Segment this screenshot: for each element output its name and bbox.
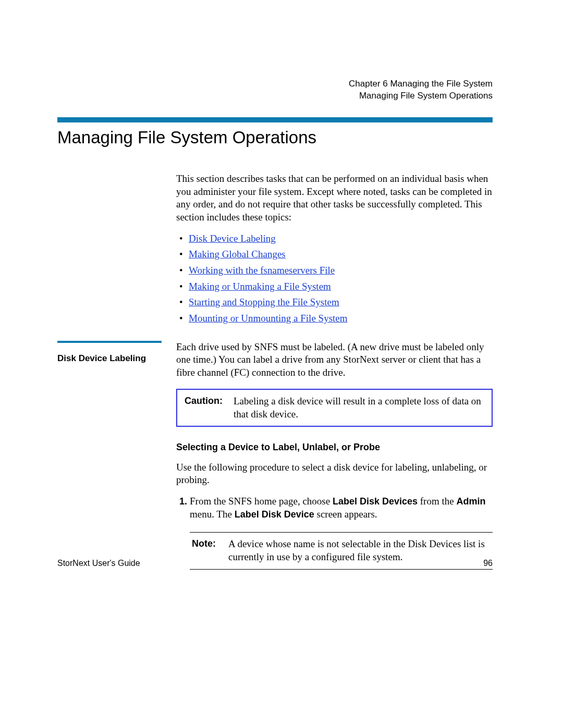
footer-page-number: 96 [483, 558, 493, 569]
page-title: Managing File System Operations [57, 127, 493, 149]
link-start-stop-fs[interactable]: Starting and Stopping the File System [189, 297, 339, 307]
link-making-unmaking-fs[interactable]: Making or Unmaking a File System [189, 281, 331, 292]
list-item: Making or Unmaking a File System [189, 280, 493, 293]
running-head-section: Managing File System Operations [349, 90, 493, 102]
bold-label-disk-devices: Label Disk Devices [333, 496, 418, 507]
link-mount-unmount-fs[interactable]: Mounting or Unmounting a File System [189, 313, 348, 324]
running-head-chapter: Chapter 6 Managing the File System [349, 78, 493, 90]
list-item: Making Global Changes [189, 248, 493, 261]
intro-paragraph: This section describes tasks that can be… [176, 172, 493, 224]
page: Chapter 6 Managing the File System Manag… [0, 0, 563, 728]
list-item: Mounting or Unmounting a File System [189, 312, 493, 325]
title-rule [57, 117, 493, 122]
side-rule [57, 341, 162, 343]
bold-label-disk-device: Label Disk Device [235, 509, 314, 520]
bold-admin: Admin [456, 496, 485, 507]
link-disk-device-labeling[interactable]: Disk Device Labeling [189, 233, 276, 244]
footer-left: StorNext User's Guide [57, 558, 140, 569]
list-item: Disk Device Labeling [189, 232, 493, 245]
intro-block: This section describes tasks that can be… [57, 172, 493, 341]
list-item: Starting and Stopping the File System [189, 296, 493, 309]
caution-text: Labeling a disk device will result in a … [234, 395, 484, 421]
link-fsnameservers[interactable]: Working with the fsnameservers File [189, 265, 335, 276]
page-footer: StorNext User's Guide 96 [57, 558, 493, 569]
link-making-global-changes[interactable]: Making Global Changes [189, 249, 286, 260]
list-item: Working with the fsnameservers File [189, 264, 493, 277]
subheading: Selecting a Device to Label, Unlabel, or… [176, 441, 493, 453]
caution-box: Caution: Labeling a disk device will res… [176, 389, 493, 427]
side-heading: Disk Device Labeling [57, 345, 176, 364]
select-paragraph: Use the following procedure to select a … [176, 461, 493, 487]
topic-list: Disk Device Labeling Making Global Chang… [176, 232, 493, 325]
ddl-paragraph: Each drive used by SNFS must be labeled.… [176, 341, 493, 379]
caution-label: Caution: [185, 395, 230, 421]
ddl-block: Disk Device Labeling Each drive used by … [57, 341, 493, 570]
running-head: Chapter 6 Managing the File System Manag… [349, 78, 493, 102]
